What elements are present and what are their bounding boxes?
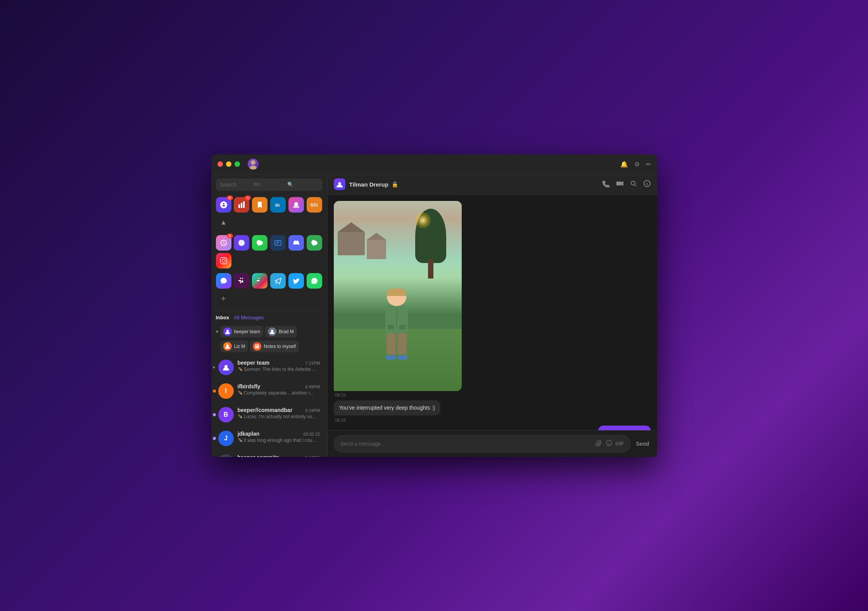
avatar-commandbar: B bbox=[218, 407, 234, 422]
app-telegram[interactable] bbox=[270, 273, 286, 289]
chat-info-commandbar: beeper//commandbar 6:19PM 🪶 Lucas: I'm a… bbox=[238, 407, 320, 419]
app-window: 🔔 ⚙ ✏ Search ⌘K 🔍 3 1 bbox=[211, 154, 657, 457]
app-discord[interactable] bbox=[288, 235, 304, 251]
message-image[interactable] bbox=[334, 201, 462, 391]
maximize-button[interactable] bbox=[235, 161, 240, 167]
app-slack[interactable] bbox=[234, 273, 249, 289]
svg-point-1 bbox=[250, 166, 257, 170]
pinned-brad[interactable]: Brad M bbox=[265, 326, 297, 338]
chat-item-beeper-team[interactable]: ♥ beeper team 7:21PM 🪶 Sumner: The links bbox=[214, 356, 325, 379]
info-icon[interactable] bbox=[643, 180, 651, 189]
chat-user-name: Tilman Drerup bbox=[349, 181, 388, 188]
app-grid-row3: + bbox=[211, 271, 327, 309]
app-add[interactable]: + bbox=[216, 291, 231, 306]
gif-button[interactable]: GIF bbox=[616, 441, 624, 447]
app-beeper[interactable]: 3 bbox=[216, 197, 231, 213]
attachment-icon[interactable] bbox=[595, 440, 602, 448]
settings-icon[interactable]: ⚙ bbox=[634, 161, 640, 168]
minimize-button[interactable] bbox=[226, 161, 231, 167]
app-twitter[interactable] bbox=[288, 273, 304, 289]
close-button[interactable] bbox=[217, 161, 223, 167]
title-icons: 🔔 ⚙ ✏ bbox=[620, 161, 651, 168]
chat-item-commandbar[interactable]: B beeper//commandbar 6:19PM 🪶 Lucas: I'm… bbox=[214, 403, 325, 426]
app-pink[interactable]: 3 bbox=[216, 235, 231, 251]
app-beeper2[interactable] bbox=[288, 197, 304, 213]
badge-charts: 1 bbox=[245, 196, 251, 200]
chat-name: jdkaplan bbox=[238, 431, 260, 437]
chat-preview: 🪶 Lucas: I'm actually not entirely su... bbox=[238, 414, 320, 419]
title-bar: 🔔 ⚙ ✏ bbox=[211, 154, 657, 175]
compose-icon[interactable]: ✏ bbox=[646, 161, 651, 168]
chat-preview: 🪶 Sumner: The links to the Airbnbs ... bbox=[238, 367, 320, 372]
app-bookmark[interactable] bbox=[252, 197, 267, 213]
app-collapse[interactable]: ▲ bbox=[216, 215, 231, 230]
search-bar[interactable]: Search ⌘K 🔍 bbox=[216, 178, 323, 191]
pinned-row: ♥ beeper team Brad M bbox=[214, 324, 324, 339]
tab-all-messages[interactable]: All Messages bbox=[234, 315, 264, 320]
tab-inbox[interactable]: Inbox bbox=[216, 315, 230, 320]
messages-area: 08:33 You've interrupted very deep thoug… bbox=[328, 195, 657, 430]
outgoing-row: 📷 08:41 waiting for reboot bbox=[567, 426, 651, 430]
input-placeholder: Send a message... bbox=[340, 441, 386, 447]
search-shortcut: ⌘K bbox=[254, 182, 285, 187]
avatar-ifbirdsfly: I bbox=[218, 383, 234, 399]
svg-point-9 bbox=[222, 259, 225, 262]
chat-info-jdkaplan: jdkaplan 03.02.22 🪶 It was long enough a… bbox=[238, 431, 320, 443]
text-bubble-outgoing: waiting for reboot bbox=[598, 426, 651, 430]
app-imessage[interactable] bbox=[252, 235, 267, 251]
emoji-icon[interactable] bbox=[606, 440, 613, 448]
avatar-beeper-commits bbox=[218, 454, 234, 457]
app-charts[interactable]: 1 bbox=[234, 197, 249, 213]
chat-item-jdkaplan[interactable]: J jdkaplan 03.02.22 🪶 It was long enough… bbox=[214, 427, 325, 450]
chat-actions bbox=[602, 180, 651, 189]
message-input-wrapper[interactable]: Send a message... GIF bbox=[334, 435, 631, 452]
pinned-beeper-team[interactable]: beeper team bbox=[220, 326, 263, 338]
avatar-beeper-team bbox=[218, 360, 234, 375]
pinned-brad-label: Brad M bbox=[279, 329, 294, 334]
chat-item-ifbirdsfly[interactable]: I ifbirdsfly 6:49PM 🪶 Completely separat… bbox=[214, 379, 325, 403]
text-bubble-incoming: You've interrupted very deep thoughts :) bbox=[334, 400, 440, 416]
chat-header-bar: Tilman Drerup 🔒 bbox=[328, 175, 657, 195]
timestamp-image: 08:33 bbox=[334, 393, 462, 397]
app-messages[interactable] bbox=[270, 235, 286, 251]
message-incoming-image: 08:33 bbox=[334, 201, 651, 397]
avatar-jdkaplan: J bbox=[218, 431, 234, 446]
chat-info-ifbirdsfly: ifbirdsfly 6:49PM 🪶 Completely separate.… bbox=[238, 383, 320, 396]
pinned-notes-label: Notes to myself bbox=[264, 344, 296, 349]
input-actions: GIF bbox=[595, 440, 624, 448]
sidebar: Search ⌘K 🔍 3 1 in bbox=[211, 175, 328, 457]
video-icon[interactable] bbox=[616, 180, 624, 189]
call-icon[interactable] bbox=[602, 180, 610, 189]
send-button[interactable]: Send bbox=[634, 441, 651, 447]
chat-preview: 🪶 Completely separate... another r... bbox=[238, 390, 320, 396]
message-input-area: Send a message... GIF Send bbox=[328, 430, 657, 457]
badge-pink: 3 bbox=[227, 234, 233, 238]
message-image-container: 08:33 bbox=[334, 201, 462, 397]
user-avatar[interactable] bbox=[248, 159, 259, 170]
app-slack2[interactable] bbox=[252, 273, 267, 289]
search-icon[interactable] bbox=[630, 180, 637, 189]
app-beeper3[interactable] bbox=[234, 235, 249, 251]
chat-item-beeper-commits[interactable]: beeper commits 8:17PM 🪶 Beeper: Beeper A… bbox=[214, 450, 325, 457]
svg-point-20 bbox=[338, 182, 341, 185]
app-gchat[interactable] bbox=[307, 235, 322, 251]
pinned-liz[interactable]: Liz M bbox=[220, 341, 248, 352]
svg-point-21 bbox=[631, 181, 635, 185]
app-instagram[interactable] bbox=[216, 253, 231, 268]
message-incoming-text: You've interrupted very deep thoughts :)… bbox=[334, 400, 651, 423]
chat-beeper-logo bbox=[334, 178, 345, 190]
chat-preview: 🪶 It was long enough ago that I cou... bbox=[238, 438, 320, 443]
traffic-lights bbox=[217, 159, 259, 170]
pinned-liz-avatar bbox=[223, 342, 232, 351]
badge-beeper: 3 bbox=[227, 196, 233, 200]
pinned-liz-label: Liz M bbox=[234, 344, 245, 349]
app-messenger[interactable] bbox=[216, 273, 231, 289]
app-linkedin[interactable]: in bbox=[270, 197, 286, 213]
chat-time: 6:19PM bbox=[305, 408, 320, 413]
pinned-notes[interactable]: Notes to myself bbox=[250, 341, 299, 352]
app-s21[interactable]: S21 bbox=[307, 197, 322, 213]
app-whatsapp[interactable] bbox=[307, 273, 322, 289]
bell-icon[interactable]: 🔔 bbox=[620, 161, 628, 168]
heart-icon: ♥ bbox=[216, 329, 219, 334]
chat-name: beeper//commandbar bbox=[238, 407, 293, 413]
